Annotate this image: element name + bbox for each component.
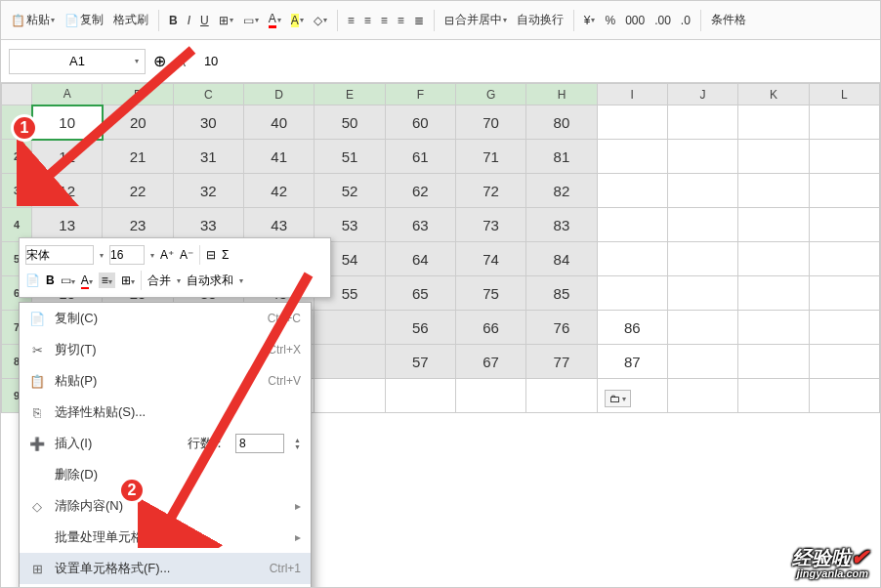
cell[interactable]: 61	[385, 140, 455, 174]
inc-font-icon[interactable]: A⁺	[160, 248, 174, 262]
wrap-text-button[interactable]: 自动换行	[513, 10, 567, 30]
col-header-E[interactable]: E	[315, 84, 385, 105]
cell[interactable]	[738, 311, 809, 345]
col-header-G[interactable]: G	[455, 84, 525, 105]
border-button[interactable]: ⊞▾	[215, 12, 237, 29]
cell[interactable]	[809, 140, 879, 174]
cell[interactable]: 73	[455, 208, 525, 242]
cell[interactable]	[809, 379, 879, 413]
format-painter-button[interactable]: 格式刷	[109, 10, 152, 30]
align-center-button[interactable]: ≡	[360, 12, 375, 29]
cell[interactable]	[667, 379, 737, 413]
cell[interactable]	[597, 242, 667, 276]
cell[interactable]	[809, 174, 879, 208]
cell[interactable]	[597, 174, 667, 208]
cell[interactable]	[738, 379, 809, 413]
mini-size-select[interactable]	[109, 245, 145, 265]
paste-button[interactable]: 📋粘贴▾	[7, 10, 59, 30]
cell[interactable]: 56	[385, 311, 455, 345]
cell[interactable]: 87	[597, 345, 667, 379]
col-header-D[interactable]: D	[243, 84, 314, 105]
col-header-L[interactable]: L	[809, 84, 879, 105]
cell[interactable]: 76	[526, 311, 597, 345]
mini-border-button[interactable]: ⊞▾	[121, 273, 135, 287]
cell[interactable]: 65	[385, 276, 455, 311]
cell[interactable]: 82	[526, 174, 597, 208]
currency-button[interactable]: ¥▾	[580, 12, 600, 29]
cell[interactable]: 72	[455, 174, 525, 208]
col-header-F[interactable]: F	[385, 84, 455, 105]
mini-fill-button[interactable]: ▭▾	[61, 273, 75, 287]
cell[interactable]: 42	[243, 174, 314, 208]
cell[interactable]: 74	[455, 242, 525, 276]
cell[interactable]: 57	[385, 345, 455, 379]
eraser-button[interactable]: ◇▾	[310, 12, 331, 29]
cell[interactable]: 75	[455, 276, 525, 311]
cell[interactable]	[667, 311, 737, 345]
cell[interactable]: 77	[526, 345, 597, 379]
cell[interactable]: 86	[597, 311, 667, 345]
cell[interactable]: 60	[385, 105, 455, 140]
align-right-button[interactable]: ≡	[377, 12, 392, 29]
cell[interactable]	[667, 140, 737, 174]
dec-font-icon[interactable]: A⁻	[180, 248, 193, 262]
cell[interactable]	[597, 140, 667, 174]
cell[interactable]	[667, 105, 737, 140]
cell[interactable]	[738, 105, 809, 140]
cell[interactable]: 85	[526, 276, 597, 311]
cell[interactable]: 41	[243, 140, 314, 174]
font-color-button[interactable]: A▾	[265, 10, 285, 30]
cell[interactable]: 83	[526, 208, 597, 242]
mini-sum-icon[interactable]: Σ	[222, 248, 229, 262]
italic-button[interactable]: I	[184, 12, 194, 29]
ctx-row-height[interactable]: ⇕行高(R)...	[20, 584, 311, 588]
cell[interactable]	[738, 276, 809, 311]
mini-align-button[interactable]: ≡▾	[99, 273, 115, 288]
cell[interactable]: 50	[315, 105, 385, 140]
fill-color-button[interactable]: ▭▾	[239, 12, 263, 29]
cell[interactable]	[809, 311, 879, 345]
cell[interactable]: 63	[385, 208, 455, 242]
mini-fontcolor-button[interactable]: A▾	[81, 273, 93, 287]
cell[interactable]	[667, 208, 737, 242]
dec-decimal-button[interactable]: .0	[677, 12, 694, 29]
cell[interactable]	[809, 345, 879, 379]
cell[interactable]: 40	[243, 105, 314, 140]
cell[interactable]	[809, 105, 879, 140]
cell[interactable]	[597, 276, 667, 311]
copy-button[interactable]: 📄复制	[61, 10, 107, 30]
cell[interactable]: 62	[385, 174, 455, 208]
col-header-K[interactable]: K	[738, 84, 809, 105]
cell[interactable]	[667, 276, 737, 311]
underline-button[interactable]: U	[196, 12, 213, 29]
mini-bold-button[interactable]: B	[46, 273, 55, 287]
inc-decimal-button[interactable]: .00	[650, 12, 675, 29]
merge-center-button[interactable]: ⊟合并居中▾	[440, 10, 511, 30]
align-top-button[interactable]: ≡	[394, 12, 408, 29]
cell[interactable]: 52	[315, 174, 385, 208]
mini-font-select[interactable]	[25, 245, 94, 265]
cell[interactable]	[597, 105, 667, 140]
cell[interactable]: 81	[526, 140, 597, 174]
cell[interactable]	[809, 242, 879, 276]
cell[interactable]: 70	[455, 105, 525, 140]
percent-button[interactable]: %	[601, 12, 619, 29]
cell[interactable]	[738, 140, 809, 174]
highlight-button[interactable]: A▾	[287, 12, 308, 29]
align-justify-button[interactable]: ≣	[410, 12, 428, 29]
cond-format-button[interactable]: 条件格	[707, 10, 750, 30]
cell[interactable]	[738, 208, 809, 242]
cell[interactable]: 64	[385, 242, 455, 276]
align-left-button[interactable]: ≡	[344, 12, 358, 29]
col-header-H[interactable]: H	[526, 84, 597, 105]
cell[interactable]: 51	[315, 140, 385, 174]
cell[interactable]	[667, 242, 737, 276]
cell[interactable]	[809, 208, 879, 242]
cell[interactable]	[738, 174, 809, 208]
cell[interactable]: 67	[455, 345, 525, 379]
cell[interactable]	[455, 379, 525, 413]
paste-options-button[interactable]: 🗀▾	[605, 390, 631, 407]
cell[interactable]	[809, 276, 879, 311]
cell[interactable]: 80	[526, 105, 597, 140]
bold-button[interactable]: B	[165, 12, 182, 29]
